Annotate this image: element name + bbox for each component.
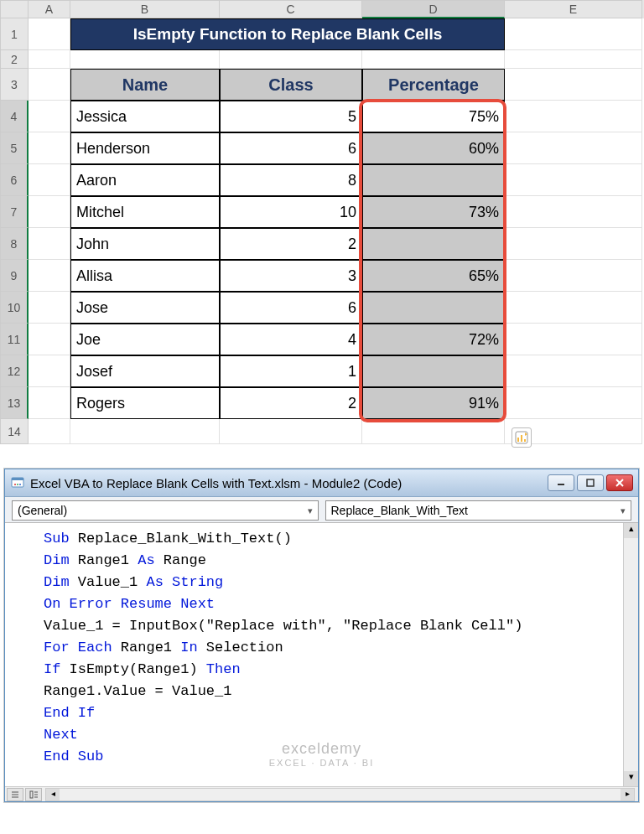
quick-analysis-icon[interactable] [512,427,532,448]
cell[interactable] [29,18,70,50]
cell[interactable] [29,228,70,260]
code-text[interactable]: Sub Replace_Blank_With_Text() Dim Range1… [5,523,638,773]
col-header-E[interactable]: E [505,0,642,18]
cell-pct[interactable]: 91% [362,387,505,419]
row-header[interactable]: 12 [0,355,29,387]
cell[interactable] [505,50,642,69]
minimize-button[interactable] [548,474,574,491]
cell[interactable] [29,132,70,164]
cell[interactable] [29,50,70,69]
cell[interactable] [505,132,642,164]
cell[interactable] [362,50,505,69]
table-header-percentage[interactable]: Percentage [362,69,505,101]
col-header-D[interactable]: D [362,0,505,18]
cell-class[interactable]: 10 [220,196,362,228]
cell-class[interactable]: 4 [220,324,362,355]
vbe-titlebar[interactable]: Excel VBA to Replace Blank Cells with Te… [5,469,638,497]
cell-name[interactable]: Aaron [70,164,220,196]
cell[interactable] [29,387,70,419]
cell[interactable] [29,292,70,324]
procedure-view-button[interactable] [7,788,23,801]
col-header-A[interactable]: A [29,0,70,18]
cell[interactable] [505,164,642,196]
col-header-B[interactable]: B [70,0,220,18]
row-header[interactable]: 5 [0,132,29,164]
cell-name[interactable]: John [70,228,220,260]
cell-pct[interactable] [362,228,505,260]
cell[interactable] [505,18,642,50]
cell-class[interactable]: 6 [220,132,362,164]
vertical-scrollbar[interactable]: ▴ ▾ [623,523,638,786]
cell-class[interactable]: 2 [220,387,362,419]
row-header[interactable]: 13 [0,387,29,419]
cell[interactable] [505,387,642,419]
cell-name[interactable]: Josef [70,355,220,387]
scroll-left-icon[interactable]: ◂ [46,789,60,800]
row-header[interactable]: 8 [0,228,29,260]
cell[interactable] [220,419,362,444]
cell-pct[interactable] [362,164,505,196]
cell[interactable] [505,292,642,324]
cell-name[interactable]: Allisa [70,260,220,292]
cell-class[interactable]: 3 [220,260,362,292]
cell-name[interactable]: Henderson [70,132,220,164]
cell[interactable] [29,355,70,387]
cell-pct[interactable] [362,355,505,387]
cell[interactable] [29,324,70,355]
cell[interactable] [29,419,70,444]
cell-name[interactable]: Rogers [70,387,220,419]
row-header[interactable]: 4 [0,101,29,132]
cell[interactable] [505,101,642,132]
cell-pct[interactable]: 73% [362,196,505,228]
object-dropdown[interactable]: (General) ▾ [12,500,319,521]
scroll-down-icon[interactable]: ▾ [624,771,638,786]
cell[interactable] [505,228,642,260]
col-header-C[interactable]: C [220,0,362,18]
cell[interactable] [505,196,642,228]
cell-pct[interactable]: 75% [362,101,505,132]
code-pane[interactable]: Sub Replace_Blank_With_Text() Dim Range1… [5,522,638,786]
cell-class[interactable]: 6 [220,292,362,324]
cell-name[interactable]: Joe [70,324,220,355]
cell[interactable] [362,419,505,444]
cell[interactable] [220,50,362,69]
row-header[interactable]: 3 [0,69,29,101]
cell[interactable] [505,324,642,355]
cell[interactable] [70,50,220,69]
cell-pct[interactable] [362,292,505,324]
select-all-cell[interactable] [0,0,29,18]
horizontal-scrollbar[interactable]: ◂ ▸ [45,788,635,801]
scroll-up-icon[interactable]: ▴ [624,523,638,538]
cell[interactable] [29,196,70,228]
cell-name[interactable]: Jose [70,292,220,324]
row-header[interactable]: 11 [0,324,29,355]
cell-class[interactable]: 5 [220,101,362,132]
close-button[interactable] [606,474,633,491]
cell-pct[interactable]: 60% [362,132,505,164]
cell-pct[interactable]: 65% [362,260,505,292]
cell[interactable] [505,69,642,101]
cell[interactable] [505,260,642,292]
row-header[interactable]: 6 [0,164,29,196]
cell[interactable] [70,419,220,444]
cell-class[interactable]: 8 [220,164,362,196]
cell-name[interactable]: Mitchel [70,196,220,228]
cell[interactable] [29,164,70,196]
cell-pct[interactable]: 72% [362,324,505,355]
full-module-view-button[interactable] [25,788,42,801]
table-header-name[interactable]: Name [70,69,220,101]
table-header-class[interactable]: Class [220,69,362,101]
row-header[interactable]: 9 [0,260,29,292]
row-header[interactable]: 2 [0,50,29,69]
title-cell[interactable]: IsEmpty Function to Replace Blank Cells [70,18,505,50]
procedure-dropdown[interactable]: Replace_Blank_With_Text ▾ [325,500,632,521]
cell[interactable] [29,69,70,101]
cell[interactable] [29,101,70,132]
maximize-button[interactable] [577,474,604,491]
cell[interactable] [29,260,70,292]
row-header[interactable]: 10 [0,292,29,324]
scroll-right-icon[interactable]: ▸ [621,789,634,800]
cell-class[interactable]: 2 [220,228,362,260]
cell-class[interactable]: 1 [220,355,362,387]
cell-name[interactable]: Jessica [70,101,220,132]
